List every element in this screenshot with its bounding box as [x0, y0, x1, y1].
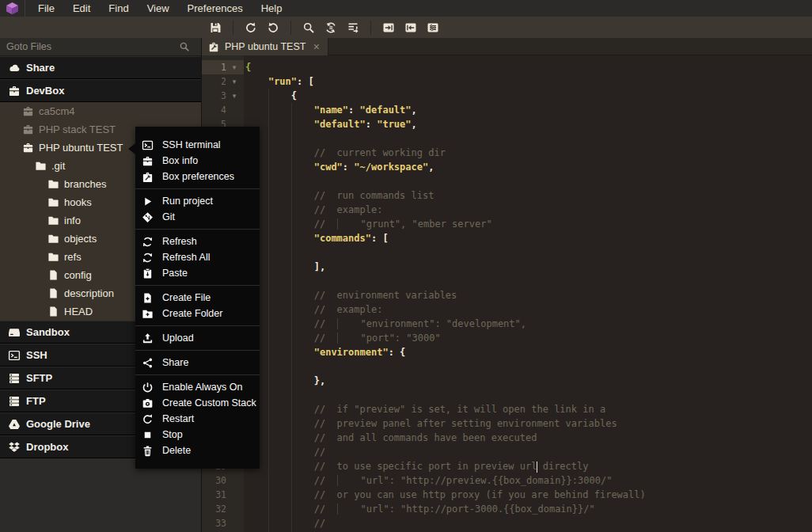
folder-icon [47, 215, 59, 226]
context-menu-item-stop[interactable]: Stop [135, 427, 260, 443]
context-menu-item-ssh-terminal[interactable]: SSH terminal [135, 137, 260, 153]
tab-close-icon[interactable]: × [312, 41, 321, 52]
code-line-19[interactable]: // "environment": "development", [245, 317, 812, 331]
context-menu-item-git[interactable]: Git [135, 209, 260, 225]
search-replace-icon [324, 21, 337, 34]
code-editor[interactable]: 1▾2▾3▾4567891011121314151617181920212223… [202, 55, 812, 532]
code-line-30[interactable]: // "url": "http://preview.{{box_domain}}… [245, 473, 812, 488]
context-menu-item-create-folder[interactable]: Create Folder [135, 306, 260, 321]
goto-line-button[interactable] [342, 19, 364, 36]
code-line-23[interactable]: }, [245, 374, 812, 388]
context-menu-item-enable-always-on[interactable]: Enable Always On [135, 379, 260, 395]
menu-item-file[interactable]: File [36, 2, 56, 14]
code-line-24[interactable] [245, 388, 812, 402]
code-line-32[interactable]: // "url": "http://port-3000.{{box_domain… [245, 502, 812, 516]
search-replace-button[interactable] [320, 19, 342, 36]
context-menu-item-share[interactable]: Share [135, 355, 260, 370]
tab-php-ubuntu-test[interactable]: PHP ubuntu TEST × [202, 38, 328, 55]
gutter-line-3[interactable]: 3▾ [202, 89, 244, 103]
code-line-5[interactable]: "default": "true", [245, 117, 812, 131]
undo-button[interactable] [240, 19, 262, 36]
code-line-10[interactable]: // run commands list [245, 188, 812, 203]
gutter-line-33[interactable]: 33 [202, 516, 244, 530]
code-line-14[interactable] [245, 245, 812, 260]
context-menu-item-upload[interactable]: Upload [135, 330, 260, 346]
context-menu-item-box-info[interactable]: Box info [135, 153, 260, 169]
sidebar-section-label: SFTP [26, 372, 52, 384]
context-menu-item-refresh-all[interactable]: Refresh All [135, 249, 260, 265]
panel-left-icon [404, 21, 417, 34]
panel-left-button[interactable] [400, 19, 422, 36]
search-icon [179, 41, 190, 52]
context-menu-item-run-project[interactable]: Run project [135, 193, 260, 209]
gutter-line-4[interactable]: 4 [202, 103, 244, 117]
context-menu-label: Stop [162, 429, 183, 440]
goto-files-search[interactable]: Goto Files [0, 38, 201, 56]
gutter-line-31[interactable]: 31 [202, 488, 244, 502]
tree-item-ca5cm4[interactable]: ca5cm4 [0, 102, 201, 120]
code-line-18[interactable]: // example: [245, 302, 812, 317]
code-line-6[interactable] [245, 131, 812, 146]
context-menu-item-refresh[interactable]: Refresh [135, 234, 260, 249]
code-line-27[interactable]: // and all commands have been executed [245, 431, 812, 445]
folder-icon [47, 251, 59, 263]
delete-icon [142, 445, 154, 457]
redo-button[interactable] [262, 19, 284, 36]
fold-caret-icon[interactable]: ▾ [226, 60, 242, 74]
context-menu-item-paste[interactable]: Paste [135, 265, 260, 281]
code-line-31[interactable]: // or you can use http proxy (if you are… [245, 488, 812, 502]
code-line-33[interactable]: // [245, 516, 812, 530]
code-line-26[interactable]: // preview panel after setting environme… [245, 416, 812, 431]
sidebar-section-label: Dropbox [26, 441, 68, 453]
search-button[interactable] [298, 19, 320, 36]
context-menu-item-delete[interactable]: Delete [135, 443, 260, 458]
fold-caret-icon[interactable]: ▾ [226, 89, 242, 103]
code-line-28[interactable]: // [245, 445, 812, 459]
code-line-2[interactable]: "run": [ [245, 74, 812, 89]
code-line-15[interactable]: ], [245, 260, 812, 274]
menu-item-find[interactable]: Find [107, 2, 130, 14]
code-line-13[interactable]: "commands": [ [245, 231, 812, 245]
tree-item-label: info [64, 215, 81, 226]
code-line-7[interactable]: // current working dir [245, 146, 812, 160]
tree-item-label: config [64, 269, 92, 281]
menu-item-edit[interactable]: Edit [71, 2, 92, 14]
code-line-11[interactable]: // example: [245, 203, 812, 217]
panel-right-button[interactable] [378, 19, 400, 36]
sidebar-section-devbox[interactable]: DevBox [0, 79, 201, 102]
code-line-3[interactable]: { [245, 89, 812, 103]
save-button[interactable] [204, 19, 226, 36]
app-logo[interactable] [0, 0, 25, 17]
gutter-line-30[interactable]: 30 [202, 473, 244, 488]
context-menu-item-box-preferences[interactable]: Box preferences [135, 169, 260, 184]
tab-settings-button[interactable] [422, 19, 444, 36]
code-line-12[interactable]: // "grunt", "ember server" [245, 217, 812, 231]
code-line-4[interactable]: "name": "default", [245, 103, 812, 117]
code-line-9[interactable] [245, 174, 812, 188]
stop-icon [142, 429, 154, 441]
sidebar-section-share[interactable]: Share [0, 56, 201, 79]
gutter-line-32[interactable]: 32 [202, 502, 244, 516]
context-menu-item-create-custom-stack[interactable]: Create Custom Stack [135, 395, 260, 411]
sidebar-section-label: Sandbox [26, 326, 70, 338]
code-line-21[interactable]: "environment": { [245, 345, 812, 359]
gutter-line-2[interactable]: 2▾ [202, 74, 244, 89]
code-line-17[interactable]: // environment variables [245, 288, 812, 302]
code-line-22[interactable] [245, 359, 812, 374]
context-menu-item-restart[interactable]: Restart [135, 411, 260, 427]
code-line-8[interactable]: "cwd": "~/workspace", [245, 160, 812, 174]
fold-caret-icon[interactable]: ▾ [226, 74, 242, 89]
code-line-20[interactable]: // "port": "3000" [245, 331, 812, 345]
code-content[interactable]: { "run": [ { "name": "default", "default… [244, 55, 812, 532]
menu-item-preferences[interactable]: Preferences [186, 2, 245, 14]
code-line-25[interactable]: // if "preview" is set, it will open the… [245, 402, 812, 416]
menu-item-help[interactable]: Help [260, 2, 284, 14]
context-menu-item-create-file[interactable]: Create File [135, 290, 260, 306]
code-line-1[interactable]: { [245, 60, 812, 74]
code-line-16[interactable] [245, 274, 812, 288]
menu-item-view[interactable]: View [146, 2, 171, 14]
gutter-line-1[interactable]: 1▾ [202, 60, 244, 74]
code-line-29[interactable]: // to use specific port in preview url d… [245, 459, 812, 473]
run-icon [142, 196, 154, 207]
box-icon [22, 124, 34, 135]
